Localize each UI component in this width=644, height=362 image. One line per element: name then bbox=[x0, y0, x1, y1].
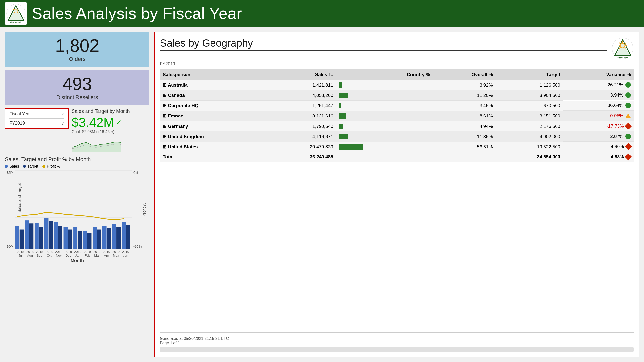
col-salesperson: Salesperson bbox=[160, 69, 268, 80]
cell-bar bbox=[336, 142, 366, 152]
x-label-jan19: 2019Jan bbox=[73, 250, 82, 257]
legend-profit: Profit % bbox=[42, 164, 60, 169]
cell-country-pct bbox=[366, 121, 433, 131]
status-icon-red-total bbox=[625, 153, 632, 160]
svg-rect-35 bbox=[83, 231, 87, 249]
y-axis-right-label: Profit % bbox=[142, 170, 150, 249]
svg-rect-25 bbox=[34, 223, 39, 249]
svg-rect-39 bbox=[102, 226, 106, 249]
status-icon-yellow bbox=[626, 113, 631, 118]
status-icon-green bbox=[626, 93, 631, 98]
y-axis-right: 0% -10% bbox=[132, 170, 142, 249]
total-sales: 36,240,485 bbox=[268, 152, 336, 162]
cell-overall-pct: 11.36% bbox=[433, 131, 496, 142]
table-row: ⊞ Australia 1,421,811 3.92% 1,126,500 26… bbox=[160, 80, 634, 90]
status-icon-red bbox=[625, 143, 632, 150]
cell-variance: 86.64% bbox=[563, 101, 634, 111]
geo-title: Sales by Geography bbox=[160, 37, 607, 51]
cell-variance variance-red: -0.95% bbox=[563, 111, 634, 121]
adventure-works-logo: ADVENTURE WORKS bbox=[6, 4, 26, 23]
cell-overall-pct: 8.61% bbox=[433, 111, 496, 121]
x-label-oct18: 2018Oct bbox=[44, 250, 54, 257]
legend-target: Target bbox=[23, 164, 38, 169]
cell-target: 4,002,000 bbox=[496, 131, 564, 142]
col-variance: Variance % bbox=[563, 69, 634, 80]
svg-rect-30 bbox=[58, 226, 62, 249]
sales-check-icon: ✓ bbox=[116, 119, 122, 127]
y-right-top: 0% bbox=[133, 170, 142, 175]
cell-target: 19,522,500 bbox=[496, 142, 564, 152]
profit-legend-dot bbox=[42, 165, 45, 168]
cell-target: 670,500 bbox=[496, 101, 564, 111]
svg-rect-43 bbox=[122, 222, 126, 249]
svg-rect-36 bbox=[87, 233, 92, 249]
page-text: Page 1 of 1 bbox=[160, 341, 634, 345]
col-target: Target bbox=[496, 69, 564, 80]
total-row: Total 36,240,485 34,554,000 4.88% bbox=[160, 152, 634, 162]
y-axis-left-label: Sales and Target bbox=[18, 183, 22, 213]
generated-text: Generated at 05/20/2021 21:15:21 UTC bbox=[160, 336, 634, 341]
left-panel: 1,802 Orders 493 Distinct Resellers Fisc… bbox=[5, 32, 150, 357]
kpi-row-2: 493 Distinct Resellers bbox=[5, 70, 150, 106]
target-legend-dot bbox=[23, 165, 26, 168]
x-label-mar19: 2019Mar bbox=[92, 250, 102, 257]
legend-sales-label: Sales bbox=[9, 164, 19, 169]
svg-rect-37 bbox=[93, 227, 97, 249]
fiscal-year-filter-value[interactable]: FY2019 ∨ bbox=[9, 119, 64, 126]
cell-sales: 4,058,260 bbox=[268, 90, 336, 101]
mini-sparkline bbox=[72, 135, 120, 152]
cell-variance: 3.94% bbox=[563, 90, 634, 100]
table-body: ⊞ Australia 1,421,811 3.92% 1,126,500 26… bbox=[160, 80, 634, 152]
sales-legend-dot bbox=[5, 165, 8, 168]
cell-bar bbox=[336, 90, 366, 101]
geo-panel: Sales by Geography ADVENTURE WORKS FY201… bbox=[154, 32, 639, 357]
svg-rect-21 bbox=[15, 226, 19, 249]
total-bar bbox=[336, 152, 366, 162]
svg-rect-40 bbox=[107, 228, 111, 249]
y-zero: $0M bbox=[6, 244, 14, 248]
cell-variance: 26.21% bbox=[563, 80, 634, 90]
col-sales[interactable]: Sales ↑↓ bbox=[268, 69, 336, 80]
cell-name: ⊞ Australia bbox=[160, 80, 268, 90]
status-icon-green bbox=[626, 134, 631, 139]
cell-target: 3,904,500 bbox=[496, 90, 564, 101]
fiscal-year-filter[interactable]: Fiscal Year ∨ FY2019 ∨ bbox=[5, 108, 68, 129]
chevron-down-icon-2: ∨ bbox=[61, 121, 64, 126]
cell-bar bbox=[336, 131, 366, 142]
cell-bar bbox=[336, 121, 366, 131]
fiscal-year-filter-label: Fiscal Year ∨ bbox=[9, 111, 64, 117]
svg-rect-24 bbox=[29, 223, 33, 249]
horizontal-scrollbar[interactable] bbox=[160, 347, 634, 352]
cell-sales: 4,116,871 bbox=[268, 131, 336, 142]
svg-text:ADVENTURE: ADVENTURE bbox=[617, 57, 628, 58]
cell-overall-pct: 3.92% bbox=[433, 80, 496, 90]
cell-name: ⊞ Germany bbox=[160, 121, 268, 131]
table-row: ⊞ United States 20,479,839 56.51% 19,522… bbox=[160, 142, 634, 152]
filter-area: Fiscal Year ∨ FY2019 ∨ Sales and Target … bbox=[5, 108, 150, 153]
cell-country-pct bbox=[366, 142, 433, 152]
cell-sales: 1,790,640 bbox=[268, 121, 336, 131]
cell-overall-pct: 4.94% bbox=[433, 121, 496, 131]
svg-rect-22 bbox=[20, 230, 24, 249]
footer-note: Generated at 05/20/2021 21:15:21 UTC Pag… bbox=[160, 332, 634, 345]
geo-title-area: Sales by Geography bbox=[160, 37, 607, 51]
cell-name: ⊞ Canada bbox=[160, 90, 268, 101]
main-chart-svg bbox=[15, 170, 132, 249]
svg-rect-32 bbox=[68, 230, 72, 249]
table-header-row: Salesperson Sales ↑↓ Country % Overall %… bbox=[160, 69, 634, 80]
cell-sales: 3,121,616 bbox=[268, 111, 336, 121]
cell-sales: 20,479,839 bbox=[268, 142, 336, 152]
cell-bar bbox=[336, 80, 366, 90]
svg-rect-44 bbox=[126, 225, 130, 249]
cell-bar bbox=[336, 101, 366, 111]
orders-kpi: 1,802 Orders bbox=[5, 32, 150, 67]
cell-target: 2,176,500 bbox=[496, 121, 564, 131]
x-label-sep18: 2018Sep bbox=[35, 250, 44, 257]
total-target: 34,554,000 bbox=[496, 152, 564, 162]
y-axis-left: $5M $0M bbox=[5, 170, 15, 249]
chart-title: Sales, Target and Profit % by Month bbox=[5, 156, 150, 163]
page-title: Sales Analysis by Fiscal Year bbox=[32, 5, 242, 23]
y-right-bottom: -10% bbox=[133, 244, 142, 248]
x-axis-labels: 2018Jul 2018Aug 2018Sep 2018Oct 2018Nov … bbox=[16, 250, 130, 257]
resellers-kpi: 493 Distinct Resellers bbox=[5, 70, 150, 106]
